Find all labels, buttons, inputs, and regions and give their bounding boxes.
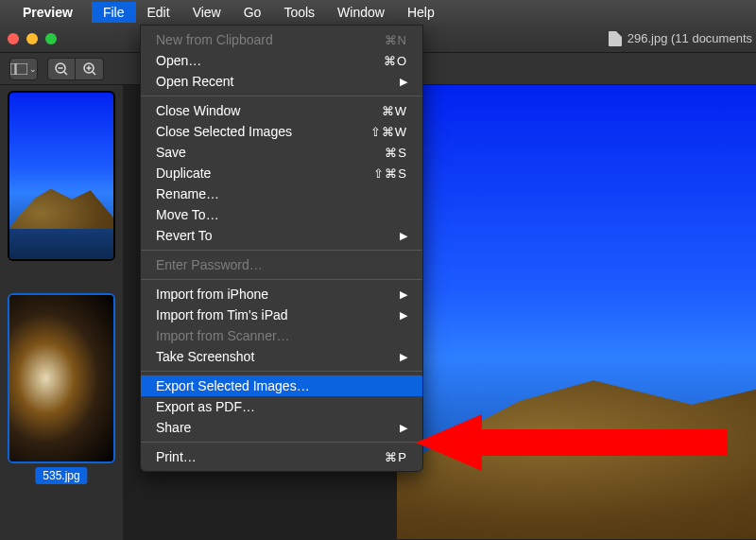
menu-help[interactable]: Help [396,2,446,23]
menu-item-label: Save [156,145,186,160]
menu-shortcut: ⇧⌘S [373,166,407,181]
menu-item-open[interactable]: Open…⌘O [141,50,422,71]
menu-item-label: Revert To [156,228,213,243]
sidebar-view-button[interactable]: ⌄ [9,58,38,80]
menu-tools[interactable]: Tools [272,2,326,23]
menu-item-move-to[interactable]: Move To… [141,204,422,225]
zoom-out-button[interactable] [47,58,76,80]
svg-marker-9 [416,414,728,471]
preview-image[interactable] [397,85,756,539]
menu-view[interactable]: View [181,2,232,23]
menu-item-duplicate[interactable]: Duplicate⇧⌘S [141,163,422,183]
menu-item-label: Print… [156,449,197,464]
menu-item-label: Import from iPhone [156,287,268,302]
menu-shortcut: ⌘S [385,146,407,160]
window-title: 296.jpg (11 documents [627,31,752,45]
menu-item-label: Open Recent [156,74,234,89]
thumbnail-label: 535.jpg [35,467,87,484]
menu-item-import-from-iphone[interactable]: Import from iPhone▶ [141,284,422,305]
callout-arrow-icon [416,414,728,471]
menu-item-take-screenshot[interactable]: Take Screenshot▶ [141,346,422,367]
window-controls [8,33,57,44]
submenu-arrow-icon: ▶ [400,351,407,363]
menu-item-print[interactable]: Print…⌘P [141,446,422,467]
svg-rect-0 [10,63,15,75]
document-icon [609,31,622,46]
menu-item-export-as-pdf[interactable]: Export as PDF… [141,396,422,417]
menu-separator [141,371,422,372]
submenu-arrow-icon: ▶ [400,309,407,322]
menu-item-export-selected-images[interactable]: Export Selected Images… [141,375,422,396]
menu-item-save[interactable]: Save⌘S [141,142,422,163]
menu-file[interactable]: File [92,2,136,23]
menu-item-enter-password: Enter Password… [141,254,422,275]
submenu-arrow-icon: ▶ [400,230,407,242]
menu-separator [141,96,422,96]
menu-item-label: Enter Password… [156,257,263,272]
submenu-arrow-icon: ▶ [400,422,407,434]
menu-item-share[interactable]: Share▶ [141,417,422,438]
app-name[interactable]: Preview [23,5,73,20]
menu-item-import-from-tim-s-ipad[interactable]: Import from Tim's iPad▶ [141,305,422,325]
menu-shortcut: ⇧⌘W [370,125,407,139]
menu-go[interactable]: Go [232,2,273,23]
zoom-in-button[interactable] [76,58,104,80]
menu-item-label: Close Window [156,103,240,118]
close-window-button[interactable] [8,33,19,44]
menu-item-label: Duplicate [156,165,211,181]
svg-rect-1 [16,63,27,75]
menu-item-label: Rename… [156,186,219,201]
menu-item-label: New from Clipboard [156,32,273,47]
thumbnail[interactable] [8,293,115,463]
menu-shortcut: ⌘W [382,104,407,118]
menu-shortcut: ⌘P [385,450,407,464]
menu-item-close-selected-images[interactable]: Close Selected Images⇧⌘W [141,121,422,142]
submenu-arrow-icon: ▶ [400,76,407,88]
menu-item-label: Close Selected Images [156,124,292,139]
menubar: Preview FileEditViewGoToolsWindowHelp [0,0,756,25]
menu-edit[interactable]: Edit [136,2,181,23]
menu-window[interactable]: Window [326,2,396,23]
menu-item-label: Take Screenshot [156,349,254,364]
menu-separator [141,250,422,251]
menu-item-label: Export as PDF… [156,399,255,414]
svg-line-6 [93,72,95,75]
fullscreen-window-button[interactable] [45,33,57,44]
menu-shortcut: ⌘N [385,33,407,47]
menu-item-label: Import from Tim's iPad [156,307,288,322]
menu-item-import-from-scanner: Import from Scanner… [141,325,422,346]
menu-item-label: Import from Scanner… [156,328,290,343]
menu-separator [141,279,422,280]
svg-line-3 [64,72,67,75]
menu-item-close-window[interactable]: Close Window⌘W [141,100,422,121]
menu-item-rename[interactable]: Rename… [141,183,422,204]
thumbnail-sidebar: 535.jpg [0,85,123,540]
minimize-window-button[interactable] [26,33,38,44]
menu-shortcut: ⌘O [384,54,407,68]
menu-item-new-from-clipboard: New from Clipboard⌘N [141,29,422,50]
menu-separator [141,442,422,443]
menu-item-label: Share [156,420,191,435]
submenu-arrow-icon: ▶ [400,288,407,301]
menu-item-label: Move To… [156,207,219,222]
menu-item-open-recent[interactable]: Open Recent▶ [141,71,422,92]
menu-item-label: Export Selected Images… [156,378,310,393]
menu-item-revert-to[interactable]: Revert To▶ [141,225,422,246]
menu-item-label: Open… [156,53,201,68]
thumbnail[interactable] [8,91,115,261]
file-menu-dropdown: New from Clipboard⌘NOpen…⌘OOpen Recent▶C… [140,25,423,472]
